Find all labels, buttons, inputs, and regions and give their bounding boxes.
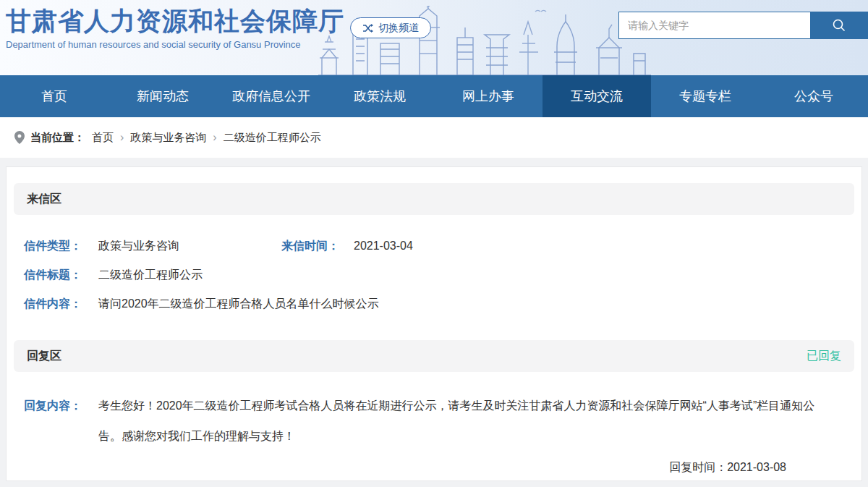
reply-time-value: 2021-03-08 [727,461,786,473]
location-pin-icon [14,131,25,144]
breadcrumb-prefix: 当前位置： [30,131,85,145]
shuffle-icon [362,24,374,33]
letter-type-label: 信件类型： [24,238,98,253]
message-detail-card: 来信区 信件类型： 政策与业务咨询 来信时间： 2021-03-04 信件标题：… [6,166,862,481]
switch-channel-button[interactable]: 切换频道 [350,17,431,38]
letter-date-value: 2021-03-04 [354,238,413,253]
letter-content-label: 信件内容： [24,296,98,311]
letter-row-title: 信件标题： 二级造价工程师公示 [24,267,844,282]
letter-date-pair: 来信时间： 2021-03-04 [281,238,413,253]
nav-item-home[interactable]: 首页 [0,75,109,117]
letter-content-value: 请问2020年二级造价工程师合格人员名单什么时候公示 [98,296,379,311]
nav-item-special-columns[interactable]: 专题专栏 [651,75,760,117]
nav-item-gov-info[interactable]: 政府信息公开 [217,75,326,117]
letter-title-value: 二级造价工程师公示 [98,267,203,282]
letter-section-title: 来信区 [27,192,61,207]
nav-item-news[interactable]: 新闻动态 [109,75,217,117]
reply-section-header: 回复区 已回复 [14,340,854,372]
nav-item-policies[interactable]: 政策法规 [326,75,434,117]
nav-item-online-services[interactable]: 网上办事 [434,75,542,117]
reply-info: 回复内容： 考生您好！2020年二级造价工程师考试合格人员将在近期进行公示，请考… [7,391,861,475]
breadcrumb-link-consultation[interactable]: 政策与业务咨询 [130,131,206,145]
site-logo: 甘肃省人力资源和社会保障厅 Department of human resour… [6,4,344,50]
nav-item-interaction[interactable]: 互动交流 [542,75,651,117]
letter-row-type-date: 信件类型： 政策与业务咨询 来信时间： 2021-03-04 [24,238,844,253]
reply-time-label: 回复时间： [669,461,727,473]
search-button[interactable] [810,12,868,39]
reply-section-title: 回复区 [27,349,61,364]
search-box [618,12,868,39]
letter-date-label: 来信时间： [281,238,354,253]
letter-info: 信件类型： 政策与业务咨询 来信时间： 2021-03-04 信件标题： 二级造… [7,238,861,311]
letter-row-content: 信件内容： 请问2020年二级造价工程师合格人员名单什么时候公示 [24,296,844,311]
city-skyline-illustration [318,6,651,75]
breadcrumb-current: 二级造价工程师公示 [224,131,321,145]
switch-channel-label: 切换频道 [378,22,419,35]
letter-section-header: 来信区 [14,183,854,215]
reply-content-value: 考生您好！2020年二级造价工程师考试合格人员将在近期进行公示，请考生及时关注甘… [98,391,830,452]
site-title: 甘肃省人力资源和社会保障厅 [6,4,344,38]
nav-item-wechat[interactable]: 公众号 [760,75,868,117]
site-subtitle: Department of human resources and social… [6,39,344,50]
reply-time-row: 回复时间：2021-03-08 [24,460,844,475]
letter-title-label: 信件标题： [24,267,98,282]
search-icon [831,17,847,33]
breadcrumb-separator: › [213,131,216,144]
main-nav: 首页 新闻动态 政府信息公开 政策法规 网上办事 互动交流 专题专栏 公众号 [0,75,868,117]
letter-type-pair: 信件类型： 政策与业务咨询 [24,238,281,253]
breadcrumb-separator: › [120,131,124,144]
letter-type-value: 政策与业务咨询 [98,238,179,253]
site-header: 甘肃省人力资源和社会保障厅 Department of human resour… [0,0,868,75]
reply-content-label: 回复内容： [24,391,98,452]
breadcrumb: 当前位置： 首页 › 政策与业务咨询 › 二级造价工程师公示 [0,117,868,158]
breadcrumb-link-home[interactable]: 首页 [92,131,114,145]
search-input[interactable] [618,12,810,39]
reply-row-content: 回复内容： 考生您好！2020年二级造价工程师考试合格人员将在近期进行公示，请考… [24,391,844,452]
replied-status-badge: 已回复 [807,349,841,364]
